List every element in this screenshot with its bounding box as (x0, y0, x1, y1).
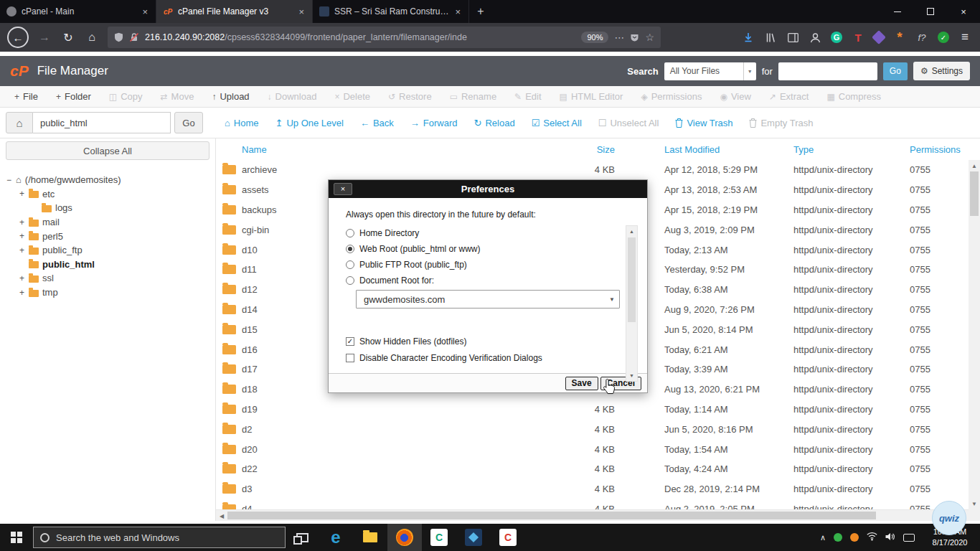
url-bar[interactable]: 216.10.240.90:2082/cpsess6328344099/fron… (108, 27, 661, 48)
nav-home[interactable]: ⌂Home (225, 118, 259, 128)
taskbar-app-c-teal-button[interactable]: C (422, 524, 456, 551)
library-icon[interactable] (764, 31, 777, 44)
radio-icon[interactable] (346, 276, 354, 285)
nav-up-one-level[interactable]: ↥Up One Level (275, 118, 344, 128)
tree-item-public-ftp[interactable]: +public_ftp (0, 243, 215, 258)
tree-toggle-icon[interactable]: + (19, 245, 25, 255)
tree-toggle-icon[interactable]: + (19, 189, 25, 199)
window-close-button[interactable]: × (947, 0, 980, 23)
column-header-name[interactable]: Name (242, 144, 543, 155)
toolbar-extract[interactable]: ↗Extract (769, 91, 809, 102)
radio-icon[interactable] (346, 245, 354, 253)
downloads-icon[interactable] (742, 31, 755, 44)
tray-chevron-up-icon[interactable]: ∧ (820, 533, 826, 542)
file-row-d20[interactable]: d204 KBToday, 1:54 AMhttpd/unix-director… (216, 439, 980, 459)
toolbar-rename[interactable]: ▭Rename (450, 91, 496, 102)
tracking-shield-icon[interactable] (114, 32, 123, 42)
toolbar-html-editor[interactable]: ▤HTML Editor (560, 91, 623, 102)
path-input[interactable] (33, 112, 171, 133)
toolbar-folder[interactable]: +Folder (56, 91, 91, 102)
taskbar-edge-button[interactable]: e (319, 524, 353, 551)
radio-web-root-public-html-or-www[interactable]: Web Root (public_html or www) (346, 241, 630, 257)
toolbar-edit[interactable]: ✎Edit (514, 91, 541, 102)
browser-tab-ssr-sri-sai-ram-constructions[interactable]: SSR – Sri Sai Ram Constructions× (313, 0, 469, 23)
file-row-d22[interactable]: d224 KBToday, 4:24 AMhttpd/unix-director… (216, 459, 980, 479)
nav-view-trash[interactable]: View Trash (675, 118, 732, 128)
toolbar-compress[interactable]: ▦Compress (826, 91, 881, 102)
start-button[interactable] (0, 524, 33, 551)
toolbar-upload[interactable]: ↑Upload (212, 91, 249, 102)
path-go-button[interactable]: Go (174, 112, 203, 133)
nav-select-all[interactable]: ☑Select All (532, 118, 582, 128)
toolbar-copy[interactable]: ◫Copy (109, 91, 143, 102)
tree-toggle-icon[interactable]: − (6, 175, 12, 185)
collapse-all-button[interactable]: Collapse All (6, 141, 209, 160)
tree-toggle-icon[interactable]: + (19, 273, 25, 283)
sidebar-toggle-icon[interactable] (786, 31, 799, 44)
nav-reload[interactable]: ↻Reload (474, 118, 515, 128)
column-header-permissions[interactable]: Permissions (897, 144, 954, 155)
window-minimize-button[interactable] (881, 0, 914, 23)
scroll-up-arrow[interactable]: ▲ (969, 160, 980, 171)
tree-toggle-icon[interactable]: + (19, 231, 25, 241)
touch-keyboard-icon[interactable] (903, 534, 915, 542)
scroll-down-arrow[interactable]: ▼ (626, 370, 637, 381)
forward-button[interactable]: → (37, 31, 52, 44)
toolbar-delete[interactable]: ×Delete (334, 91, 370, 102)
tree-item-logs[interactable]: logs (0, 201, 215, 215)
tab-close-icon[interactable]: × (453, 6, 462, 17)
tree-item-home-gwwdemosites[interactable]: −⌂(/home/gwwdemosites) (0, 173, 215, 187)
save-button[interactable]: Save (565, 377, 598, 390)
dialog-header[interactable]: × Preferences (329, 180, 647, 198)
radio-icon[interactable] (346, 260, 354, 269)
horizontal-scroll-thumb[interactable] (227, 512, 876, 519)
column-header-size[interactable]: Size (543, 144, 615, 155)
nav-back[interactable]: ←Back (360, 118, 394, 128)
toolbar-view[interactable]: ◉View (720, 91, 750, 102)
toolbar-download[interactable]: ↓Download (268, 91, 317, 102)
tree-item-perl5[interactable]: +perl5 (0, 229, 215, 243)
zoom-level-badge[interactable]: 90% (581, 32, 608, 43)
toolbar-move[interactable]: ⇄Move (161, 91, 194, 102)
browser-tab-cpanel-file-manager-v3[interactable]: cPcPanel File Manager v3× (156, 0, 313, 23)
hamburger-menu-icon[interactable]: ≡ (958, 31, 971, 44)
taskbar-firefox-button[interactable] (387, 524, 422, 551)
scroll-up-arrow[interactable]: ▲ (626, 226, 637, 237)
taskbar-search-box[interactable]: Search the web and Windows (33, 527, 286, 548)
purple-extension-icon[interactable] (872, 30, 886, 44)
file-row-d2[interactable]: d24 KBJun 5, 2020, 8:16 PMhttpd/unix-dir… (216, 419, 980, 439)
toolbar-permissions[interactable]: ◈Permissions (641, 91, 702, 102)
pocket-icon[interactable] (630, 33, 639, 42)
tab-close-icon[interactable]: × (141, 6, 149, 17)
column-header-type[interactable]: Type (789, 144, 897, 155)
scroll-down-arrow[interactable]: ▼ (969, 498, 980, 509)
task-view-button[interactable] (286, 524, 319, 551)
tray-orange-icon[interactable] (850, 533, 859, 542)
nav-unselect-all[interactable]: ☐Unselect All (598, 118, 659, 128)
radio-icon[interactable] (346, 229, 354, 237)
tree-item-mail[interactable]: +mail (0, 215, 215, 230)
radio-document-root-for[interactable]: Document Root for: (346, 273, 630, 288)
dialog-scroll-thumb[interactable] (628, 237, 636, 322)
tray-green-icon[interactable] (834, 533, 842, 542)
checkbox-icon[interactable]: ✓ (346, 337, 354, 346)
tree-item-ssl[interactable]: +ssl (0, 271, 215, 286)
bookmark-star-icon[interactable]: ☆ (645, 32, 654, 43)
file-row-d4[interactable]: d44 KBAug 2, 2019, 2:05 PMhttpd/unix-dir… (216, 499, 980, 510)
horizontal-scrollbar[interactable]: ◀ ▶ (216, 509, 969, 521)
checkbox-disable-character-encoding-verification-dialogs[interactable]: Disable Character Encoding Verification … (346, 349, 630, 366)
tree-toggle-icon[interactable]: + (19, 217, 25, 227)
check-extension-icon[interactable]: ✓ (938, 32, 949, 43)
browser-tab-cpanel-main[interactable]: cPanel - Main× (0, 0, 156, 23)
settings-button[interactable]: ⚙ Settings (913, 62, 970, 80)
file-row-d3[interactable]: d34 KBDec 28, 2019, 2:14 PMhttpd/unix-di… (216, 479, 980, 499)
account-icon[interactable] (809, 31, 821, 44)
checkbox-show-hidden-files-dotfiles[interactable]: ✓Show Hidden Files (dotfiles) (346, 333, 630, 349)
column-header-last-modified[interactable]: Last Modified (660, 144, 789, 155)
radio-home-directory[interactable]: Home Directory (346, 225, 630, 241)
reload-button[interactable]: ↻ (60, 31, 76, 44)
url-text[interactable]: 216.10.240.90:2082/cpsess6328344099/fron… (145, 32, 575, 42)
search-go-button[interactable]: Go (883, 62, 908, 80)
taskbar-explorer-button[interactable] (353, 524, 387, 551)
tree-item-etc[interactable]: +etc (0, 187, 215, 202)
